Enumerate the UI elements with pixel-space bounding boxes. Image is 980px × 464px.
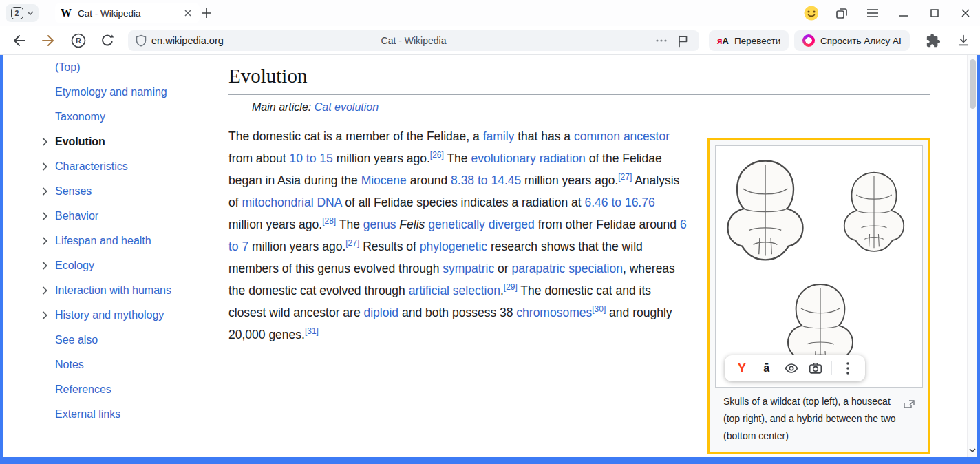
sidebar-item-label: Taxonomy [55, 111, 105, 123]
sidebar-item-label: Interaction with humans [55, 284, 171, 297]
wiki-link[interactable]: 10 to 15 [290, 151, 333, 165]
more-vertical-icon[interactable] [839, 359, 857, 377]
reference-anchor[interactable]: [31] [305, 326, 319, 336]
page-content: (Top)Etymology and namingTaxonomyEvoluti… [0, 55, 980, 464]
sidebar-item-etymology-and-naming[interactable]: Etymology and naming [3, 80, 217, 105]
paragraph-text: from about [228, 151, 290, 165]
eye-icon[interactable] [782, 359, 800, 377]
wiki-link[interactable]: phylogenetic [420, 240, 487, 253]
ask-alice-button-label: Спросить Алису AI [820, 36, 902, 46]
sidebar-item-label: (Top) [55, 61, 80, 74]
reference-anchor[interactable]: [27] [345, 238, 359, 248]
chevron-right-icon[interactable] [39, 209, 55, 223]
wiki-link[interactable]: artificial selection [409, 284, 500, 297]
hatnote-link[interactable]: Cat evolution [315, 101, 379, 113]
reference-link: [26] [430, 150, 444, 160]
scrollbar[interactable] [967, 55, 977, 457]
wiki-link[interactable]: chromosomes [516, 306, 592, 319]
navigation-toolbar: R en.wikipedia.org Cat - Wikipedia яA Пе… [0, 26, 980, 55]
maximize-icon[interactable] [927, 6, 942, 21]
reference-anchor[interactable]: [28] [322, 216, 336, 226]
circle-r-icon[interactable]: R [70, 32, 87, 49]
chevron-right-icon[interactable] [39, 234, 55, 248]
translate-icon[interactable]: ā [758, 359, 776, 377]
wiki-link[interactable]: sympatric [443, 262, 494, 275]
sidebar-item-label: Evolution [55, 136, 105, 148]
back-icon[interactable] [11, 32, 28, 49]
reference-link: [30] [592, 304, 606, 314]
browser-tab[interactable]: W Cat - Wikipedia [55, 3, 200, 23]
window-close-icon[interactable] [958, 6, 973, 21]
wiki-link[interactable]: mitochondrial DNA [242, 196, 341, 209]
camera-search-icon[interactable] [807, 359, 824, 377]
reference-anchor[interactable]: [26] [430, 150, 444, 160]
sidebar-item-top[interactable]: (Top) [3, 55, 217, 80]
wiki-link[interactable]: diploid [363, 306, 398, 319]
address-bar[interactable]: en.wikipedia.org Cat - Wikipedia [128, 30, 699, 51]
sidebar-item-ecology[interactable]: Ecology [3, 253, 217, 278]
forward-icon[interactable] [40, 32, 56, 49]
sidebar-item-history-and-mythology[interactable]: History and mythology [3, 303, 217, 328]
image-caption: Skulls of a wildcat (top left), a housec… [715, 388, 923, 445]
chevron-right-icon[interactable] [39, 284, 55, 297]
new-tab-icon[interactable] [198, 5, 215, 21]
menu-icon[interactable] [865, 6, 880, 21]
chevron-right-icon[interactable] [39, 135, 55, 149]
chevron-placeholder [39, 61, 55, 74]
sidebar-item-references[interactable]: References [3, 377, 217, 402]
downloads-icon[interactable] [955, 32, 972, 49]
chevron-right-icon[interactable] [39, 184, 55, 198]
paragraph-text: The [444, 151, 471, 165]
chevron-right-icon[interactable] [39, 259, 55, 273]
chevron-right-icon[interactable] [39, 160, 55, 173]
chevron-right-icon[interactable] [39, 308, 55, 322]
tab-close-icon[interactable] [182, 7, 194, 19]
sidebar-item-see-also[interactable]: See also [3, 328, 217, 352]
wiki-link[interactable]: common ancestor [574, 129, 670, 143]
sidebar-item-lifespan-and-health[interactable]: Lifespan and health [3, 229, 217, 253]
wiki-link[interactable]: Miocene [361, 173, 407, 187]
reference-anchor[interactable]: [30] [592, 304, 606, 314]
wiki-link[interactable]: evolutionary radiation [471, 151, 585, 165]
skulls-image[interactable]: Y ā [715, 145, 923, 388]
sidebar-item-behavior[interactable]: Behavior [3, 204, 217, 229]
sidebar-item-taxonomy[interactable]: Taxonomy [3, 105, 217, 129]
reference-anchor[interactable]: [27] [618, 172, 632, 182]
wikipedia-favicon: W [61, 7, 72, 19]
sidebar-item-evolution[interactable]: Evolution [3, 129, 217, 154]
more-dots-icon[interactable] [655, 35, 668, 46]
scrollbar-thumb[interactable] [970, 59, 976, 109]
sidebar-item-notes[interactable]: Notes [3, 352, 217, 377]
extensions-puzzle-icon[interactable] [925, 32, 941, 49]
paragraph-text: of all Felidae species indicates a radia… [341, 196, 584, 209]
reference-anchor[interactable]: [29] [504, 282, 518, 292]
window-controls [803, 0, 973, 26]
wiki-link[interactable]: speciation [568, 262, 623, 275]
sidebar-item-label: Notes [55, 359, 84, 371]
sidebar-item-senses[interactable]: Senses [3, 179, 217, 204]
sidebar-item-interaction-with-humans[interactable]: Interaction with humans [3, 278, 217, 303]
bookmark-flag-icon[interactable] [676, 34, 690, 48]
wiki-link[interactable]: 6.46 to 16.76 [585, 196, 655, 209]
docked-windows-icon[interactable] [834, 6, 849, 21]
enlarge-icon[interactable] [904, 397, 915, 414]
sidebar-item-label: Ecology [55, 260, 94, 272]
ask-alice-button[interactable]: Спросить Алису AI [794, 30, 910, 51]
toolbar-divider [831, 361, 832, 375]
tab-count-button[interactable]: 2 [6, 4, 39, 22]
sidebar-item-external-links[interactable]: External links [3, 402, 217, 427]
sidebar-item-characteristics[interactable]: Characteristics [3, 154, 217, 179]
translate-button[interactable]: яA Перевести [709, 30, 789, 51]
wiki-link[interactable]: 8.38 to 14.45 [451, 173, 521, 187]
reload-icon[interactable] [99, 32, 116, 49]
scroll-down-icon[interactable] [968, 445, 977, 455]
yandex-icon[interactable]: Y [733, 359, 751, 377]
wiki-link[interactable]: genus [363, 218, 396, 231]
tab-count-chevron-down-icon [27, 11, 34, 15]
wiki-link[interactable]: family [483, 129, 515, 143]
minimize-icon[interactable] [896, 6, 911, 21]
table-of-contents: (Top)Etymology and namingTaxonomyEvoluti… [3, 55, 217, 427]
wiki-link[interactable]: genetically diverged [428, 218, 535, 231]
wiki-link[interactable]: parapatric [511, 262, 565, 275]
profile-avatar-emoji-icon[interactable] [803, 6, 818, 21]
